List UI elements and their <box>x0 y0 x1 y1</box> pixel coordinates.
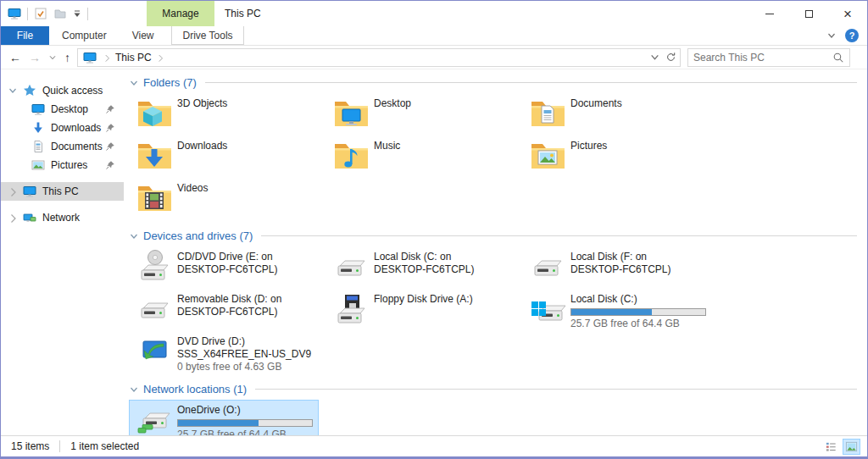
drive-item-cd-dvd-drive-e-on[interactable]: CD/DVD Drive (E: onDESKTOP-FC6TCPL) <box>129 246 319 289</box>
ribbon-collapse-chevron-icon[interactable] <box>826 30 837 41</box>
item-name: OneDrive (O:) <box>177 404 313 417</box>
minimize-button[interactable] <box>750 1 789 26</box>
refresh-icon[interactable] <box>665 52 676 63</box>
folder-item-videos[interactable]: Videos <box>129 178 319 220</box>
drive-item-local-disk-f-on[interactable]: Local Disk (F: onDESKTOP-FC6TCPL) <box>522 246 712 289</box>
status-divider <box>59 440 60 452</box>
section-header[interactable]: Network locations (1) <box>129 381 867 397</box>
up-button[interactable]: ↑ <box>64 51 70 64</box>
thumbnail-view-button[interactable] <box>843 439 860 455</box>
this-pc-monitor-icon[interactable] <box>8 7 21 20</box>
sidebar-item-network[interactable]: Network <box>1 208 124 227</box>
back-button[interactable]: ← <box>9 51 21 64</box>
breadcrumb-location[interactable]: This PC <box>114 52 153 64</box>
folder-pictures-icon <box>529 137 566 173</box>
close-button[interactable]: × <box>828 1 867 26</box>
section-devices-and-drives-7: Devices and drives (7)CD/DVD Drive (E: o… <box>129 228 867 373</box>
tab-computer[interactable]: Computer <box>49 26 120 45</box>
drive-item-onedrive-o[interactable]: OneDrive (O:)25.7 GB free of 64.4 GB <box>129 400 319 435</box>
item-meta: Videos <box>177 180 208 195</box>
help-icon[interactable]: ? <box>845 29 859 42</box>
sidebar-item-pictures[interactable]: Pictures <box>1 156 124 174</box>
hdd-icon <box>332 248 370 284</box>
properties-check-icon[interactable] <box>34 7 47 20</box>
status-bar: 15 items 1 item selected <box>1 435 867 456</box>
chev-down-icon[interactable] <box>129 231 139 241</box>
chev-down-icon[interactable] <box>129 78 139 88</box>
drive-item-removable-disk-d-on[interactable]: Removable Disk (D: onDESKTOP-FC6TCPL) <box>129 289 319 331</box>
drive-item-floppy-disk-drive-a[interactable]: Floppy Disk Drive (A:) <box>326 289 515 331</box>
window-controls: × <box>750 1 867 26</box>
item-meta: 3D Objects <box>177 95 227 110</box>
section-header[interactable]: Folders (7) <box>129 75 867 91</box>
breadcrumb-chevron-icon[interactable] <box>103 53 111 62</box>
manage-contextual-tab[interactable]: Manage <box>147 1 214 26</box>
folder-item-music[interactable]: Music <box>326 135 515 178</box>
sidebar-item-label: Network <box>42 212 80 224</box>
address-bar-row: ← → ↑ This PC <box>1 46 867 69</box>
item-name: Videos <box>177 182 208 195</box>
chev-right-icon[interactable] <box>8 186 18 196</box>
details-view-icon <box>825 440 837 453</box>
sidebar-item-documents[interactable]: Documents <box>1 137 124 156</box>
section-header[interactable]: Devices and drives (7) <box>129 228 867 244</box>
tab-drive-tools[interactable]: Drive Tools <box>171 26 243 45</box>
hdd-icon <box>529 248 566 284</box>
breadcrumb-chevron-icon[interactable] <box>156 53 164 62</box>
document-icon <box>31 140 45 153</box>
selection-count: 1 item selected <box>70 440 139 452</box>
chev-down-icon[interactable] <box>129 384 139 395</box>
sidebar-item-desktop[interactable]: Desktop <box>1 100 124 119</box>
maximize-button[interactable] <box>789 1 828 26</box>
item-name: Pictures <box>570 140 607 152</box>
item-meta: DVD Drive (D:)SSS_X64FREE_EN-US_DV90 byt… <box>177 333 311 373</box>
item-meta: Documents <box>570 95 622 110</box>
toolbar-divider <box>87 8 88 20</box>
network-drive-icon <box>136 401 173 435</box>
item-name: DESKTOP-FC6TCPL) <box>570 263 670 276</box>
folder-item-3d-objects[interactable]: 3D Objects <box>129 93 319 135</box>
recent-locations-chevron-icon[interactable] <box>48 53 57 62</box>
items-view: Folders (7)3D ObjectsDesktopDocumentsDow… <box>124 69 867 435</box>
chev-right-icon[interactable] <box>8 213 18 223</box>
section-title: Folders (7) <box>143 76 197 89</box>
drive-item-local-disk-c[interactable]: Local Disk (C:)25.7 GB free of 64.4 GB <box>522 289 712 331</box>
folder-item-desktop[interactable]: Desktop <box>326 93 515 135</box>
download-arrow-icon <box>31 121 45 135</box>
drive-item-local-disk-c-on[interactable]: Local Disk (C: onDESKTOP-FC6TCPL) <box>326 246 515 289</box>
sidebar-item-this-pc[interactable]: This PC <box>1 182 124 201</box>
section-divider <box>255 389 857 390</box>
new-folder-icon[interactable] <box>53 7 67 20</box>
capacity-bar <box>177 419 313 427</box>
address-bar[interactable]: This PC <box>77 48 681 67</box>
customize-caret-icon[interactable] <box>73 9 81 18</box>
item-name: CD/DVD Drive (E: on <box>177 251 277 263</box>
minimize-icon <box>765 14 774 14</box>
pin-icon <box>105 160 115 170</box>
tab-view[interactable]: View <box>120 26 167 45</box>
search-input[interactable] <box>693 52 832 64</box>
capacity-text: 0 bytes free of 4.63 GB <box>177 361 311 373</box>
address-dropdown-chevron-icon[interactable] <box>649 52 660 63</box>
folder-item-pictures[interactable]: Pictures <box>522 135 712 178</box>
drive-item-dvd-drive-d[interactable]: DVD Drive (D:)SSS_X64FREE_EN-US_DV90 byt… <box>129 331 319 373</box>
item-name: Music <box>374 140 400 152</box>
item-meta: Local Disk (C: onDESKTOP-FC6TCPL) <box>374 248 474 276</box>
forward-button[interactable]: → <box>29 51 41 64</box>
details-view-button[interactable] <box>822 439 840 455</box>
close-icon: × <box>843 7 852 21</box>
sidebar-item-downloads[interactable]: Downloads <box>1 119 124 137</box>
folder-item-downloads[interactable]: Downloads <box>129 135 319 178</box>
folder-item-documents[interactable]: Documents <box>522 93 712 135</box>
item-name: Local Disk (C:) <box>570 293 706 306</box>
section-items: OneDrive (O:)25.7 GB free of 64.4 GB <box>129 400 867 435</box>
item-meta: Floppy Disk Drive (A:) <box>374 290 473 306</box>
chev-down-icon[interactable] <box>8 86 18 96</box>
sidebar-item-label: Quick access <box>42 85 103 97</box>
tab-file[interactable]: File <box>1 26 49 45</box>
section-divider <box>205 82 857 83</box>
item-name: DESKTOP-FC6TCPL) <box>177 306 281 318</box>
search-box[interactable] <box>687 48 850 67</box>
search-icon[interactable] <box>832 52 844 64</box>
sidebar-item-quick-access[interactable]: Quick access <box>1 81 124 100</box>
